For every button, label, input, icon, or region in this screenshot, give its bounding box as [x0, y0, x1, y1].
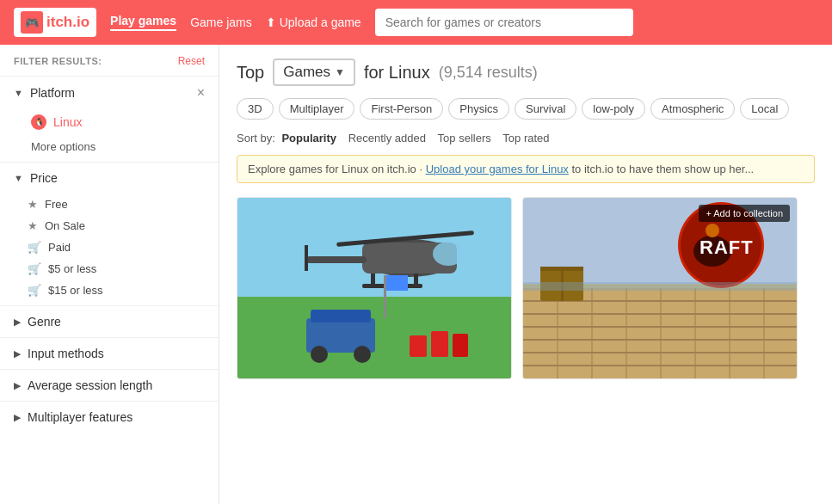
sort-top-sellers[interactable]: Top sellers [438, 132, 491, 144]
svg-rect-6 [305, 245, 308, 271]
svg-rect-19 [453, 334, 468, 357]
linux-icon: 🐧 [31, 114, 46, 130]
filter-header: FILTER RESULTS: Reset [0, 45, 219, 76]
sort-recently-added[interactable]: Recently added [348, 132, 426, 144]
svg-point-4 [433, 242, 464, 266]
nav-game-jams[interactable]: Game jams [190, 15, 252, 29]
explore-suffix: to itch.io to have them show up her... [572, 163, 755, 175]
genre-section-header[interactable]: ▶ Genre [0, 306, 219, 337]
svg-rect-17 [410, 335, 427, 357]
explore-text: Explore games for Linux on itch.io · [248, 163, 426, 175]
tags-row: 3D Multiplayer First-Person Physics Surv… [237, 98, 815, 120]
tag-first-person[interactable]: First-Person [360, 98, 443, 120]
logo-icon: 🎮 [21, 11, 43, 34]
platform-linux-item[interactable]: 🐧 Linux [0, 109, 219, 135]
search-input[interactable] [375, 9, 633, 36]
platform-section: ▼ Platform × 🐧 Linux More options [0, 76, 219, 162]
svg-rect-15 [384, 275, 386, 318]
game-card-1[interactable] [237, 197, 512, 379]
explore-bar: Explore games for Linux on itch.io · Upl… [237, 155, 815, 183]
avg-session-label: Average session length [28, 378, 152, 392]
price-5-less[interactable]: 🛒 $5 or less [0, 258, 219, 280]
multiplayer-chevron-icon: ▶ [14, 412, 21, 423]
svg-rect-12 [311, 310, 371, 323]
game-card-2[interactable]: + Add to collection [522, 197, 798, 379]
logo[interactable]: 🎮 itch.io [14, 8, 96, 37]
multiplayer-label: Multiplayer features [28, 410, 133, 424]
content-area: Top Games ▼ for Linux (9,514 results) 3D… [219, 45, 832, 504]
helicopter-graphic [237, 198, 511, 378]
more-options-link[interactable]: More options [0, 135, 219, 162]
sidebar: FILTER RESULTS: Reset ▼ Platform × 🐧 Lin… [0, 45, 219, 504]
paid-label: Paid [48, 241, 71, 254]
cart-icon-paid: 🛒 [28, 241, 41, 254]
add-to-collection-btn[interactable]: + Add to collection [699, 205, 790, 222]
genre-label: Genre [28, 315, 61, 329]
tag-lowpoly[interactable]: low-poly [582, 98, 645, 120]
nav-play-games[interactable]: Play games [110, 14, 176, 31]
free-label: Free [45, 198, 68, 211]
15-less-label: $15 or less [48, 284, 103, 297]
top-label: Top [237, 63, 264, 83]
header: 🎮 itch.io Play games Game jams ⬆ Upload … [0, 0, 832, 45]
linux-label: Linux [53, 115, 82, 129]
tag-multiplayer[interactable]: Multiplayer [279, 98, 355, 120]
platform-label: Platform [30, 86, 75, 100]
price-on-sale[interactable]: ★ On Sale [0, 215, 219, 237]
tag-local[interactable]: Local [740, 98, 789, 120]
input-chevron-icon: ▶ [14, 348, 21, 360]
result-count: (9,514 results) [439, 64, 538, 82]
avg-chevron-icon: ▶ [14, 380, 21, 391]
tag-atmospheric[interactable]: Atmospheric [650, 98, 735, 120]
price-15-less[interactable]: 🛒 $15 or less [0, 280, 219, 305]
sort-active: Popularity [281, 132, 336, 144]
avg-session-header[interactable]: ▶ Average session length [0, 370, 219, 401]
svg-rect-18 [431, 331, 448, 357]
multiplayer-header[interactable]: ▶ Multiplayer features [0, 402, 219, 433]
games-dropdown-label: Games [283, 64, 330, 81]
dropdown-arrow-icon: ▼ [335, 66, 345, 78]
platform-close-icon[interactable]: × [197, 85, 205, 101]
svg-text:RAFT: RAFT [699, 237, 754, 258]
on-sale-label: On Sale [45, 219, 85, 232]
price-section: ▼ Price ★ Free ★ On Sale 🛒 Paid 🛒 $5 or … [0, 162, 219, 305]
tag-physics[interactable]: Physics [448, 98, 509, 120]
star-icon-free: ★ [28, 198, 38, 211]
price-label: Price [30, 171, 58, 185]
logo-text: itch.io [46, 14, 89, 31]
sort-row: Sort by: Popularity Recently added Top s… [237, 132, 815, 144]
main-layout: FILTER RESULTS: Reset ▼ Platform × 🐧 Lin… [0, 45, 832, 504]
svg-point-13 [311, 346, 328, 363]
5-less-label: $5 or less [48, 262, 96, 275]
input-methods-header[interactable]: ▶ Input methods [0, 338, 219, 369]
main-nav: Play games Game jams ⬆ Upload a game [110, 14, 361, 31]
top-bar: Top Games ▼ for Linux (9,514 results) [237, 58, 815, 86]
sort-top-rated[interactable]: Top rated [502, 132, 549, 144]
game-thumbnail-2: RAFT [523, 198, 797, 378]
svg-rect-16 [386, 275, 408, 291]
reset-button[interactable]: Reset [178, 55, 205, 67]
sort-label: Sort by: [237, 132, 275, 144]
input-methods-section: ▶ Input methods [0, 337, 219, 369]
tag-3d[interactable]: 3D [237, 98, 274, 120]
svg-rect-44 [523, 282, 797, 291]
upload-game-link[interactable]: ⬆ Upload a game [266, 15, 361, 29]
price-paid[interactable]: 🛒 Paid [0, 237, 219, 258]
input-methods-label: Input methods [28, 347, 104, 360]
price-free[interactable]: ★ Free [0, 194, 219, 215]
price-section-header[interactable]: ▼ Price [0, 163, 219, 194]
games-dropdown[interactable]: Games ▼ [273, 58, 355, 86]
svg-rect-5 [306, 256, 367, 263]
cart-icon-15: 🛒 [28, 284, 41, 297]
platform-section-header[interactable]: ▼ Platform × [0, 77, 219, 109]
price-chevron-icon: ▼ [14, 173, 23, 183]
svg-point-42 [706, 224, 719, 237]
tag-survival[interactable]: Survival [515, 98, 576, 120]
explore-link[interactable]: Upload your games for Linux [426, 163, 569, 175]
for-platform-label: for Linux [364, 63, 430, 83]
games-grid: + Add to collection [237, 197, 815, 379]
filter-label: FILTER RESULTS: [14, 56, 102, 66]
star-icon-sale: ★ [28, 219, 38, 232]
chevron-down-icon: ▼ [14, 88, 23, 98]
upload-icon: ⬆ [266, 15, 276, 29]
